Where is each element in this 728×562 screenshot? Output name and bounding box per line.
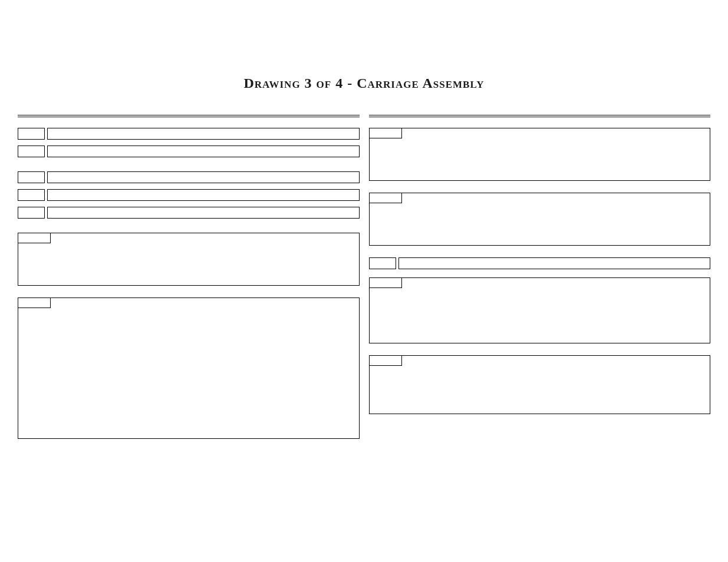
textarea-tab bbox=[18, 297, 51, 308]
textarea-tab bbox=[369, 128, 402, 138]
column-rule bbox=[369, 115, 711, 117]
textarea-block[interactable] bbox=[18, 233, 360, 286]
field-text[interactable] bbox=[47, 171, 360, 183]
textarea-tab bbox=[369, 355, 402, 366]
field-group bbox=[18, 171, 360, 224]
field-number[interactable] bbox=[18, 128, 45, 140]
field-row bbox=[18, 189, 360, 201]
field-text[interactable] bbox=[47, 146, 360, 157]
textarea-tab bbox=[369, 193, 402, 203]
textarea-block[interactable] bbox=[369, 128, 711, 181]
field-text[interactable] bbox=[398, 257, 711, 269]
textarea-block[interactable] bbox=[18, 297, 360, 439]
field-number[interactable] bbox=[18, 189, 45, 201]
left-column bbox=[18, 115, 360, 451]
field-text[interactable] bbox=[47, 128, 360, 140]
textarea-block[interactable] bbox=[369, 277, 711, 343]
page-title: Drawing 3 of 4 - Carriage Assembly bbox=[0, 0, 728, 115]
field-number[interactable] bbox=[369, 257, 396, 269]
textarea-tab bbox=[369, 277, 402, 288]
field-row bbox=[369, 257, 711, 269]
field-row bbox=[18, 146, 360, 157]
field-row bbox=[18, 207, 360, 219]
field-number[interactable] bbox=[18, 207, 45, 219]
right-column bbox=[369, 115, 711, 451]
field-number[interactable] bbox=[18, 171, 45, 183]
field-row bbox=[18, 128, 360, 140]
field-text[interactable] bbox=[47, 189, 360, 201]
field-text[interactable] bbox=[47, 207, 360, 219]
field-group bbox=[18, 128, 360, 163]
textarea-tab bbox=[18, 233, 51, 243]
textarea-block[interactable] bbox=[369, 193, 711, 246]
column-rule bbox=[18, 115, 360, 117]
two-column-layout bbox=[0, 115, 728, 451]
textarea-block[interactable] bbox=[369, 355, 711, 414]
field-row bbox=[18, 171, 360, 183]
field-number[interactable] bbox=[18, 146, 45, 157]
